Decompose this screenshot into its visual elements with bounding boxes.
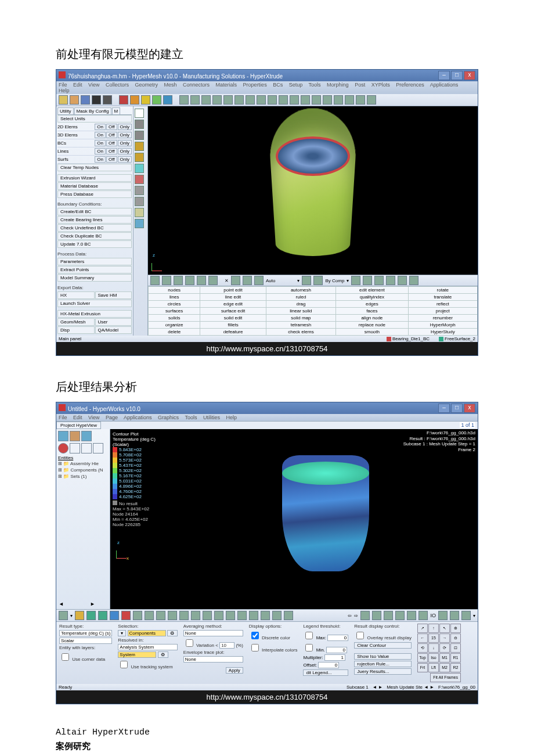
sel-arrow[interactable]: ▾ bbox=[118, 630, 126, 636]
command-cell[interactable]: edge edit bbox=[200, 301, 266, 308]
hx-metal-extrusion[interactable]: HX-Metal Extrusion bbox=[57, 310, 132, 318]
toolbar-icon[interactable] bbox=[81, 95, 90, 105]
toolbar-icon[interactable] bbox=[223, 95, 233, 105]
tb-icon[interactable] bbox=[75, 611, 84, 620]
toolbar-icon[interactable] bbox=[334, 95, 343, 105]
gutter-icon[interactable] bbox=[135, 142, 144, 151]
on-button[interactable]: On bbox=[95, 156, 106, 163]
toolbar-icon[interactable] bbox=[323, 95, 332, 105]
toolbar-icon[interactable] bbox=[119, 95, 128, 105]
components-field[interactable]: Components bbox=[128, 630, 166, 636]
menu-item[interactable]: Tools bbox=[185, 415, 197, 420]
toolbar-icon[interactable] bbox=[312, 95, 321, 105]
view-iso[interactable]: Iso bbox=[428, 653, 439, 663]
vt-icon[interactable] bbox=[254, 276, 264, 285]
command-cell[interactable]: automesh bbox=[266, 287, 335, 294]
save-hm-button[interactable]: Save HM bbox=[95, 291, 132, 299]
command-cell[interactable]: linear solid bbox=[266, 308, 335, 315]
show-iso-button[interactable]: Show Iso Value bbox=[354, 653, 412, 660]
command-cell[interactable]: delete bbox=[149, 329, 200, 336]
command-cell[interactable]: organize bbox=[149, 322, 200, 329]
close-button[interactable]: x bbox=[464, 404, 475, 413]
vt-icon[interactable] bbox=[302, 276, 311, 285]
command-cell[interactable]: circles bbox=[149, 301, 200, 308]
gutter-icon[interactable] bbox=[135, 109, 144, 118]
tb-icon[interactable] bbox=[261, 611, 270, 620]
tab-project[interactable]: Project HypeView bbox=[56, 422, 101, 429]
tb-icon[interactable] bbox=[418, 611, 428, 620]
tb-icon[interactable] bbox=[372, 611, 381, 620]
envelope-select[interactable]: None bbox=[183, 656, 243, 663]
browser-icon[interactable] bbox=[70, 431, 80, 441]
command-cell[interactable]: nodes bbox=[149, 287, 200, 294]
toolbar-icon[interactable] bbox=[70, 95, 79, 105]
tree-item[interactable]: ⊞ 📁 Assembly Hie bbox=[58, 460, 108, 467]
toolbar-icon[interactable] bbox=[246, 95, 255, 105]
system-field[interactable]: System bbox=[118, 651, 156, 658]
toolbar-icon[interactable] bbox=[92, 95, 101, 105]
tab-utility[interactable]: Utility bbox=[57, 107, 74, 114]
vt-icon[interactable] bbox=[174, 276, 183, 285]
tracking-checkbox[interactable] bbox=[120, 661, 128, 668]
apply-button[interactable]: Apply bbox=[226, 667, 243, 674]
menu-item[interactable]: File bbox=[59, 415, 67, 420]
vt-icon[interactable] bbox=[363, 276, 372, 285]
toolbar-icon[interactable] bbox=[279, 95, 288, 105]
command-cell[interactable]: check elems bbox=[266, 329, 335, 336]
command-cell[interactable]: rotate bbox=[408, 287, 477, 294]
tb-icon[interactable] bbox=[98, 611, 107, 620]
fit-all-frames-button[interactable]: Fit All Frames bbox=[430, 673, 461, 682]
menu-item[interactable]: Graphics bbox=[158, 415, 179, 420]
tab-mask[interactable]: Mask By Config bbox=[74, 107, 111, 114]
menu-item[interactable]: Properties bbox=[243, 82, 267, 88]
command-cell[interactable]: tetramesh bbox=[266, 322, 335, 329]
on-button[interactable]: On bbox=[95, 132, 106, 138]
command-cell[interactable]: replace node bbox=[336, 322, 408, 329]
command-cell[interactable]: surface edit bbox=[200, 308, 266, 315]
tb-icon[interactable] bbox=[237, 611, 247, 620]
min-input[interactable]: 0 bbox=[326, 647, 347, 653]
panel-button[interactable]: Extrusion Wizard bbox=[57, 174, 132, 182]
query-results-button[interactable]: Juery Results... bbox=[354, 668, 412, 675]
arrow-right-icon[interactable]: ⇨ bbox=[354, 613, 358, 618]
command-cell[interactable]: qualityindex bbox=[336, 294, 408, 301]
menu-item[interactable]: Edit bbox=[73, 415, 82, 420]
vt-icon[interactable] bbox=[351, 276, 360, 285]
panel-button[interactable]: Create Bearing lines bbox=[57, 216, 132, 224]
minimize-button[interactable]: – bbox=[438, 71, 450, 80]
menu-item[interactable]: Mesh bbox=[164, 82, 177, 88]
menu-item[interactable]: Help bbox=[59, 88, 70, 93]
gutter-icon[interactable] bbox=[135, 120, 144, 129]
gutter-icon[interactable] bbox=[135, 219, 144, 228]
nav-icon[interactable]: ← bbox=[417, 633, 428, 643]
tb-icon[interactable] bbox=[272, 611, 282, 620]
tb-icon[interactable] bbox=[203, 611, 212, 620]
panel-button[interactable]: Material Database bbox=[57, 182, 132, 190]
command-cell[interactable]: renumber bbox=[408, 315, 477, 322]
maximize-button[interactable]: □ bbox=[451, 404, 463, 413]
hx-button[interactable]: HX bbox=[57, 291, 95, 299]
gutter-icon[interactable] bbox=[135, 153, 144, 162]
tb-icon[interactable] bbox=[179, 611, 189, 620]
clear-temp-nodes[interactable]: Clear Temp Nodes bbox=[57, 164, 132, 171]
on-button[interactable]: On bbox=[95, 124, 106, 130]
menu-item[interactable]: File bbox=[59, 82, 67, 88]
vt-icon[interactable] bbox=[386, 276, 395, 285]
menu-item[interactable]: BCs bbox=[273, 82, 283, 88]
toolbar-icon[interactable] bbox=[130, 95, 139, 105]
interpolate-checkbox[interactable] bbox=[251, 644, 259, 651]
tb-icon[interactable] bbox=[59, 611, 68, 620]
panel-button[interactable]: Check Undefined BC bbox=[57, 224, 132, 232]
view-m1[interactable]: M1 bbox=[439, 653, 450, 663]
toolbar-icon[interactable] bbox=[367, 95, 376, 105]
close-button[interactable]: x bbox=[464, 71, 475, 80]
view-top[interactable]: Top bbox=[417, 653, 428, 663]
command-cell[interactable]: drag bbox=[266, 301, 335, 308]
vt-icon[interactable] bbox=[208, 276, 218, 285]
tab-geommesh[interactable]: Geom/Mesh bbox=[57, 318, 95, 326]
command-cell[interactable]: defeature bbox=[200, 329, 266, 336]
projection-rule-button[interactable]: rojection Rule... bbox=[354, 661, 412, 667]
fit-icon[interactable]: ⊡ bbox=[450, 643, 461, 653]
tree-item[interactable]: ⊞ 📁 Components (N bbox=[58, 467, 108, 473]
command-cell[interactable]: surfaces bbox=[149, 308, 200, 315]
